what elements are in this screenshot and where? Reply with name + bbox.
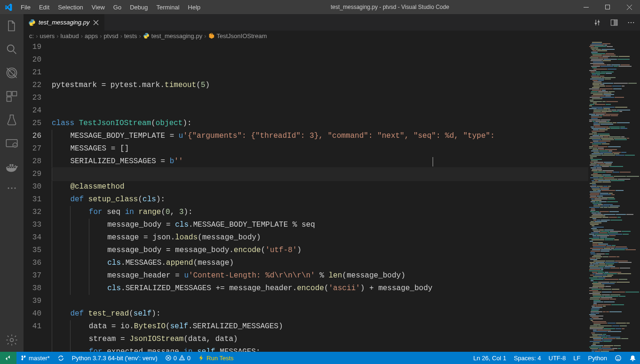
breadcrumb-segment[interactable]: users (40, 32, 55, 40)
text-cursor (433, 157, 433, 166)
status-run-tests[interactable]: Run Tests (194, 352, 237, 364)
status-notifications[interactable] (625, 352, 640, 364)
breadcrumb-segment[interactable]: c: (29, 32, 34, 40)
status-sync[interactable] (54, 352, 68, 364)
python-file-icon (28, 19, 36, 26)
vscode-logo-icon (0, 3, 16, 11)
status-language[interactable]: Python (585, 352, 611, 364)
activity-bar (0, 14, 24, 352)
line-gutter: 1920212223242526272829303132333435363738… (24, 41, 52, 352)
maximize-button[interactable] (597, 0, 618, 14)
status-git-branch[interactable]: master* (16, 352, 54, 364)
svg-rect-5 (12, 92, 16, 96)
symbol-class-icon (208, 32, 215, 39)
svg-point-15 (628, 22, 629, 23)
menu-edit[interactable]: Edit (35, 0, 54, 14)
window-title: test_messaging.py - ptvsd - Visual Studi… (205, 4, 575, 10)
window-controls (575, 0, 640, 14)
status-errors-count: 0 (174, 355, 177, 362)
status-python-label: Python 3.7.3 64-bit ('env': venv) (72, 355, 158, 362)
menu-debug[interactable]: Debug (126, 0, 152, 14)
split-editor-icon[interactable] (610, 18, 618, 27)
menu-bar: File Edit Selection View Go Debug Termin… (16, 0, 205, 14)
activity-extensions[interactable] (0, 85, 24, 108)
menu-help[interactable]: Help (184, 0, 205, 14)
menu-file[interactable]: File (16, 0, 35, 14)
editor-content[interactable]: 1920212223242526272829303132333435363738… (24, 41, 640, 352)
minimize-button[interactable] (575, 0, 597, 14)
status-python-interpreter[interactable]: Python 3.7.3 64-bit ('env': venv) (68, 352, 161, 364)
status-eol[interactable]: LF (569, 352, 584, 364)
svg-point-1 (8, 45, 14, 52)
breadcrumb-label: TestJsonIOStream (217, 32, 267, 40)
svg-point-10 (11, 188, 13, 189)
breadcrumb-segment[interactable]: apps (85, 32, 98, 40)
python-file-icon (143, 32, 150, 39)
menu-view[interactable]: View (87, 0, 109, 14)
svg-point-9 (8, 188, 9, 189)
status-warnings-count: 0 (187, 355, 190, 362)
status-remote[interactable] (0, 352, 16, 364)
more-actions-icon[interactable] (627, 18, 635, 27)
svg-point-24 (619, 357, 620, 358)
breadcrumbs[interactable]: c:› users› luabud› apps› ptvsd› tests› t… (24, 31, 640, 41)
svg-point-11 (15, 188, 16, 189)
tab-close-icon[interactable] (92, 19, 100, 26)
activity-search[interactable] (0, 38, 24, 61)
status-problems[interactable]: 0 0 (161, 352, 194, 364)
status-spaces[interactable]: Spaces: 4 (510, 352, 545, 364)
activity-debug[interactable] (0, 61, 24, 85)
status-run-tests-label: Run Tests (206, 355, 234, 362)
activity-settings[interactable] (0, 328, 24, 352)
activity-remote[interactable] (0, 132, 24, 155)
status-encoding[interactable]: UTF-8 (545, 352, 570, 364)
activity-test[interactable] (0, 108, 24, 132)
compare-changes-icon[interactable] (593, 18, 601, 27)
tabs-bar: test_messaging.py (24, 14, 640, 31)
titlebar: File Edit Selection View Go Debug Termin… (0, 0, 640, 14)
activity-explorer[interactable] (0, 14, 24, 38)
tab-test-messaging[interactable]: test_messaging.py (24, 14, 105, 31)
svg-point-17 (633, 22, 634, 23)
activity-more[interactable] (0, 179, 24, 198)
code-area[interactable]: pytestmark = pytest.mark.timeout(5)class… (52, 41, 588, 352)
svg-rect-14 (615, 20, 617, 25)
svg-point-23 (617, 357, 618, 358)
minimap[interactable] (588, 41, 640, 352)
breadcrumb-symbol[interactable]: TestJsonIOStream (208, 32, 267, 40)
svg-rect-6 (7, 97, 11, 101)
breadcrumb-segment[interactable]: luabud (61, 32, 79, 40)
editor-area: test_messaging.py c:› users› luabu (24, 14, 640, 352)
svg-point-22 (616, 355, 621, 360)
breadcrumb-segment[interactable]: tests (124, 32, 137, 40)
breadcrumb-label: test_messaging.py (151, 32, 202, 40)
svg-point-12 (10, 339, 14, 342)
tab-label: test_messaging.py (39, 19, 89, 26)
activity-docker[interactable] (0, 155, 24, 179)
status-bar: master* Python 3.7.3 64-bit ('env': venv… (0, 352, 640, 364)
breadcrumb-file[interactable]: test_messaging.py (143, 32, 202, 40)
status-branch-label: master* (29, 355, 50, 362)
status-line-col[interactable]: Ln 26, Col 1 (470, 352, 510, 364)
menu-go[interactable]: Go (109, 0, 126, 14)
menu-terminal[interactable]: Terminal (152, 0, 183, 14)
svg-rect-0 (606, 5, 610, 9)
breadcrumb-segment[interactable]: ptvsd (104, 32, 119, 40)
close-button[interactable] (618, 0, 640, 14)
menu-selection[interactable]: Selection (54, 0, 87, 14)
status-feedback[interactable] (611, 352, 625, 364)
svg-point-16 (631, 22, 632, 23)
svg-rect-4 (7, 92, 11, 96)
